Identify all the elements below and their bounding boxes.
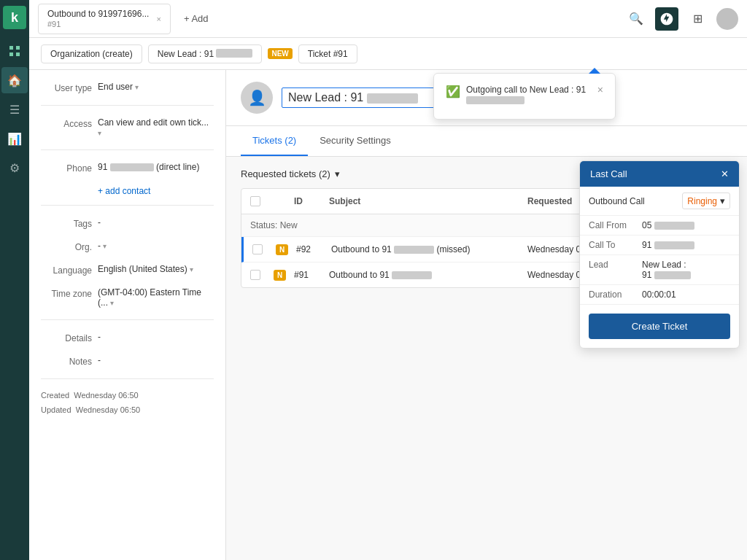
divider-4 (41, 319, 214, 320)
details-label: Details (41, 332, 92, 343)
phone-label: Phone (41, 162, 92, 174)
app-logo[interactable]: k (3, 6, 26, 29)
last-call-panel: Last Call ✕ Outbound Call Ringing ▾ Call… (579, 160, 740, 349)
call-to-label: Call To (589, 240, 636, 250)
notification-icon[interactable] (655, 7, 678, 31)
sidebar-item-list[interactable]: ☰ (1, 96, 28, 122)
sidebar-item-brand[interactable] (1, 38, 28, 64)
notification-blurred (466, 96, 525, 104)
call-from-row: Call From 05 (580, 216, 739, 236)
add-contact-link[interactable]: + add contact (98, 186, 150, 196)
lead-label: Lead (589, 260, 636, 270)
select-all-checkbox[interactable] (250, 196, 260, 206)
sidebar-item-home[interactable]: 🏠 (1, 67, 28, 93)
tab-title: Outbound to 919971696... #91 (47, 9, 149, 29)
notes-label: Notes (41, 355, 92, 367)
details-value: - (98, 332, 214, 342)
details-field: Details - (41, 332, 214, 343)
divider-5 (41, 378, 214, 379)
call-status-dropdown[interactable]: Ringing ▾ (682, 192, 730, 209)
call-type-row: Outbound Call Ringing ▾ (580, 187, 739, 216)
timezone-field: Time zone (GMT-04:00) Eastern Time (... … (41, 287, 214, 308)
create-ticket-button[interactable]: Create Ticket (589, 314, 730, 339)
timezone-dropdown[interactable]: ▾ (110, 299, 114, 307)
call-status-chevron: ▾ (720, 195, 725, 206)
call-to-blurred (654, 241, 694, 249)
last-call-close-button[interactable]: ✕ (721, 168, 729, 179)
active-tab[interactable]: Outbound to 919971696... #91 × (38, 4, 171, 34)
sidebar-item-settings[interactable]: ⚙ (1, 155, 28, 181)
new-badge: NEW (268, 48, 292, 59)
tab-security[interactable]: Security Settings (308, 126, 403, 156)
tags-field: Tags - (41, 217, 214, 229)
contact-name-input[interactable]: New Lead : 91 (282, 88, 442, 108)
avatar-icon: 👤 (248, 89, 266, 106)
chevron-down-icon: ▾ (335, 168, 340, 179)
tab-close-button[interactable]: × (156, 15, 160, 23)
topbar: Outbound to 919971696... #91 × + Add 🔍 ⊞ (29, 0, 747, 38)
sidebar-item-chart[interactable]: 📊 (1, 125, 28, 152)
language-dropdown[interactable]: ▾ (190, 265, 193, 273)
tabs-bar: Tickets (2) Security Settings (226, 126, 747, 157)
row-2-checkbox[interactable] (250, 270, 260, 280)
tags-label: Tags (41, 217, 92, 229)
col-id-header: ID (294, 196, 323, 206)
contact-avatar: 👤 (241, 82, 273, 114)
user-type-value: End user ▾ (98, 82, 214, 92)
check-icon: ✅ (446, 85, 460, 98)
access-dropdown[interactable]: ▾ (98, 129, 101, 137)
phone-blurred (110, 163, 154, 171)
call-type-label: Outbound Call (589, 196, 676, 206)
notification-text: Outgoing call to New Lead : 91 (466, 84, 592, 109)
lead-value: New Lead : 91 (642, 260, 730, 280)
row-1-badge: N (276, 244, 288, 255)
duration-value: 00:00:01 (642, 289, 730, 300)
call-from-label: Call From (589, 220, 636, 230)
row-1-subject: Outbound to 91 (missed) (331, 244, 522, 254)
breadcrumb-lead[interactable]: New Lead : 91 (148, 44, 263, 63)
phone-value: 91 (direct line) (98, 162, 214, 172)
breadcrumb: Organization (create) New Lead : 91 NEW … (29, 38, 747, 70)
grid-icon[interactable]: ⊞ (686, 7, 709, 31)
row-1-checkbox[interactable] (252, 244, 263, 254)
row-2-id: #91 (294, 270, 323, 280)
user-type-label: User type (41, 82, 92, 93)
row-1-id: #92 (296, 244, 325, 254)
col-subject-header: Subject (329, 196, 522, 206)
left-panel: User type End user ▾ Access Can view and… (29, 70, 226, 560)
breadcrumb-ticket[interactable]: Ticket #91 (298, 44, 357, 63)
access-value: Can view and edit own tick... ▾ (98, 117, 214, 138)
call-from-blurred (654, 222, 694, 230)
search-icon[interactable]: 🔍 (624, 7, 648, 31)
phone-field: Phone 91 (direct line) (41, 162, 214, 174)
org-dropdown[interactable]: ▾ (103, 242, 107, 250)
timezone-value: (GMT-04:00) Eastern Time (... ▾ (98, 287, 214, 308)
org-label: Org. (41, 241, 92, 252)
call-to-value: 91 (642, 240, 730, 250)
last-call-header: Last Call ✕ (580, 161, 739, 187)
breadcrumb-lead-blurred (216, 49, 252, 58)
breadcrumb-org[interactable]: Organization (create) (41, 44, 142, 63)
tab-tickets[interactable]: Tickets (2) (241, 126, 308, 156)
notification-close-button[interactable]: × (597, 84, 603, 96)
notification-arrow (589, 68, 600, 74)
add-tab-button[interactable]: + Add (177, 9, 216, 28)
notes-field: Notes - (41, 355, 214, 367)
org-value: - ▾ (98, 241, 214, 251)
user-type-dropdown[interactable]: ▾ (135, 83, 139, 91)
language-value: English (United States) ▾ (98, 264, 214, 274)
language-field: Language English (United States) ▾ (41, 264, 214, 276)
user-avatar[interactable] (716, 8, 738, 30)
row-2-badge: N (274, 270, 286, 281)
topbar-actions: 🔍 ⊞ (624, 7, 738, 31)
timezone-label: Time zone (41, 287, 92, 299)
lead-blurred (654, 271, 691, 279)
duration-row: Duration 00:00:01 (580, 285, 739, 305)
divider-3 (41, 205, 214, 206)
sidebar: k 🏠 ☰ 📊 ⚙ (0, 0, 29, 560)
svg-text:k: k (11, 10, 19, 25)
language-label: Language (41, 264, 92, 276)
lead-row: Lead New Lead : 91 (580, 255, 739, 285)
updated-info: Updated Wednesday 06:50 (41, 405, 214, 414)
org-field: Org. - ▾ (41, 241, 214, 252)
